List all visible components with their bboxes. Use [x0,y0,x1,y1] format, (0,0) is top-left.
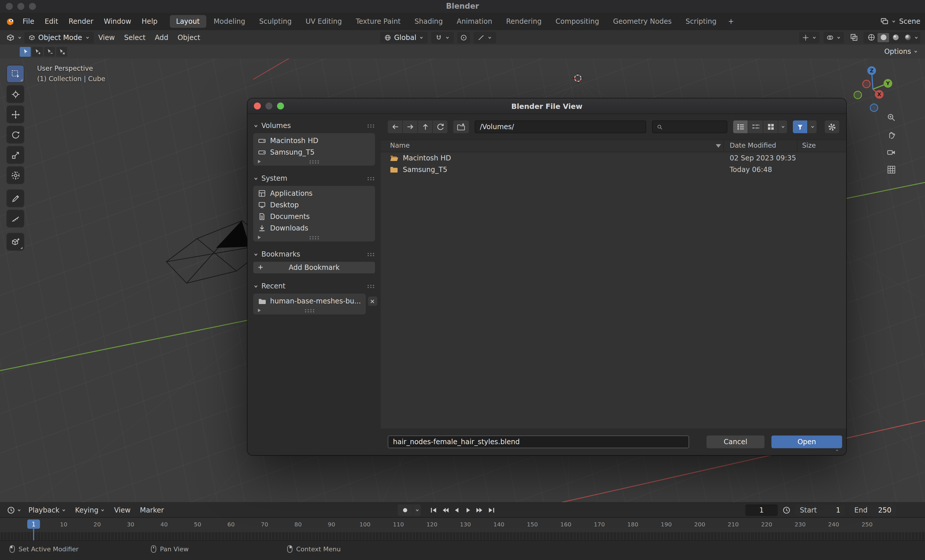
tool-annotate-button[interactable] [7,190,24,207]
file-row-samsung-t5[interactable]: Samsung_T5 Today 06:48 [381,164,846,176]
tool-cursor-button[interactable] [7,86,24,102]
viewport-options-dropdown[interactable]: Options [884,48,918,56]
timeline-ruler[interactable]: 1020304050607080901001101201301401501601… [0,518,925,532]
filename-input[interactable] [388,438,688,446]
tool-add-cube-button[interactable] [7,233,24,250]
menu-help[interactable]: Help [137,17,163,26]
auto-keying-dropdown[interactable] [413,504,421,516]
shading-material-button[interactable] [890,33,901,42]
volume-item-samsung-t5[interactable]: Samsung_T5 [253,147,375,158]
menu-object[interactable]: Object [173,33,205,41]
timeline-frame-strip[interactable] [0,532,925,540]
toggle-ortho-button[interactable] [886,164,897,176]
display-horizontal-list-button[interactable] [748,120,763,133]
panel-resize-grip[interactable] [304,309,315,313]
system-item-downloads[interactable]: Downloads [253,222,375,234]
chevron-down-icon[interactable] [914,35,919,40]
volume-item-macintosh-hd[interactable]: Macintosh HD [253,135,375,147]
prev-keyframe-button[interactable] [439,504,451,516]
xray-toggle[interactable] [848,34,860,41]
transform-orientation-selector[interactable]: Global [380,32,428,43]
shading-rendered-button[interactable] [902,33,913,42]
panel-grip-handle[interactable] [367,176,375,180]
add-workspace-button[interactable]: + [724,15,738,28]
select-mode-invert-button[interactable] [56,47,67,57]
proportional-edit-toggle[interactable] [458,32,470,43]
macos-titlebar[interactable]: Blender [0,0,925,13]
tool-scale-button[interactable] [7,147,24,163]
blender-logo-icon[interactable] [6,17,15,26]
snap-control[interactable] [431,32,454,43]
panel-grip-handle[interactable] [367,124,375,128]
select-mode-extend-button[interactable] [32,47,43,57]
tab-modeling[interactable]: Modeling [207,15,252,28]
back-button[interactable] [388,120,402,133]
jump-to-start-button[interactable] [428,504,439,516]
panel-resize-grip[interactable] [309,236,319,240]
path-input[interactable] [475,123,646,131]
expand-arrow-icon[interactable] [258,309,261,312]
tab-animation[interactable]: Animation [450,15,499,28]
select-mode-subtract-button[interactable] [44,47,55,57]
expand-arrow-icon[interactable] [258,160,261,163]
panel-grip-handle[interactable] [367,252,375,256]
tool-move-button[interactable] [7,106,24,123]
file-browser-settings-button[interactable] [825,120,839,133]
display-vertical-list-button[interactable] [733,120,748,133]
display-thumbnails-button[interactable] [763,120,778,133]
filter-settings-dropdown[interactable] [808,120,817,133]
remove-recent-button[interactable] [368,297,377,306]
sort-descending-icon[interactable] [716,144,721,148]
editor-type-selector[interactable] [4,32,24,43]
shading-wireframe-button[interactable] [865,33,877,42]
jump-to-end-button[interactable] [486,504,497,516]
refresh-button[interactable] [433,120,447,133]
menu-keying[interactable]: Keying [71,506,110,514]
menu-marker[interactable]: Marker [135,506,169,514]
show-gizmo-control[interactable] [799,32,820,43]
search-field[interactable] [652,120,728,133]
scene-selector[interactable]: Scene [881,17,920,26]
navigation-gizmo[interactable]: Z Y X [844,60,904,120]
tab-texture-paint[interactable]: Texture Paint [350,15,407,28]
menu-add[interactable]: Add [150,33,173,41]
system-item-documents[interactable]: Documents [253,211,375,222]
search-input[interactable] [664,123,727,131]
column-name[interactable]: Name [390,140,410,151]
falloff-selector[interactable] [474,32,496,43]
column-date-modified[interactable]: Date Modified [730,140,776,151]
timeline-ruler-area[interactable]: 1020304050607080901001101201301401501601… [0,518,925,540]
current-frame-field[interactable]: 1 [745,504,778,516]
tool-measure-button[interactable] [7,210,24,227]
tab-sculpting[interactable]: Sculpting [253,15,298,28]
end-frame-field[interactable]: End 250 [850,504,896,516]
resize-chevron-icon[interactable]: ⌃ [835,449,839,455]
start-frame-field[interactable]: Start 1 [795,504,845,516]
timeline-editor-selector[interactable] [5,506,24,514]
file-row-macintosh-hd[interactable]: Macintosh HD 02 Sep 2023 09:35 [381,152,846,164]
show-overlays-control[interactable] [824,32,844,43]
tab-shading[interactable]: Shading [408,15,449,28]
dialog-titlebar[interactable]: Blender File View [247,98,846,114]
forward-button[interactable] [403,120,417,133]
menu-edit[interactable]: Edit [39,17,63,26]
play-button[interactable] [462,504,474,516]
column-size[interactable]: Size [802,140,816,151]
recent-item[interactable]: human-base-meshes-bu... [253,295,365,307]
shading-solid-button[interactable] [877,33,889,42]
create-directory-button[interactable] [453,120,469,133]
volumes-panel-header[interactable]: Volumes [253,122,375,130]
parent-directory-button[interactable] [418,120,432,133]
filename-field[interactable] [388,435,689,448]
system-panel-header[interactable]: System [253,174,375,182]
system-item-desktop[interactable]: Desktop [253,199,375,211]
bookmarks-panel-header[interactable]: Bookmarks [253,250,375,258]
filter-toggle-button[interactable] [793,120,807,133]
open-button[interactable]: Open [771,435,842,448]
menu-playback[interactable]: Playback [24,506,71,514]
menu-file[interactable]: File [17,17,39,26]
menu-view[interactable]: View [93,33,119,41]
play-reverse-button[interactable] [451,504,462,516]
recent-panel-header[interactable]: Recent [253,282,375,290]
dialog-zoom-button[interactable] [277,102,284,110]
